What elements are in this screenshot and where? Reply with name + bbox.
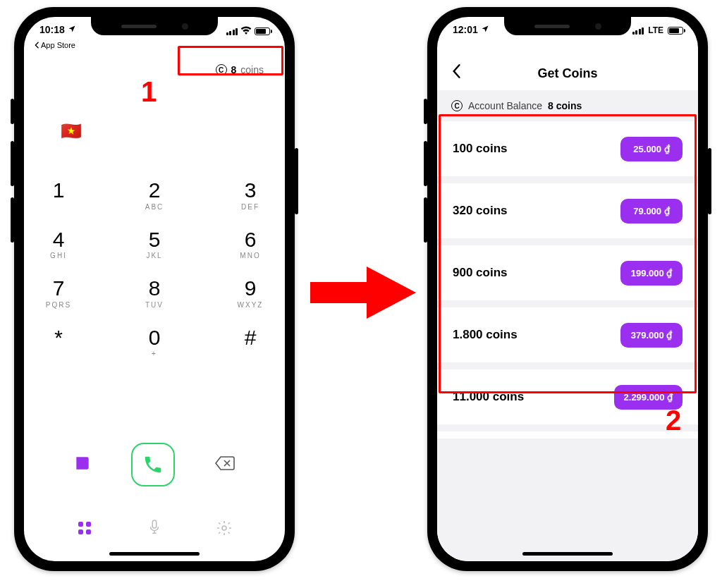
- battery-icon: [255, 27, 272, 35]
- notch: [504, 17, 631, 35]
- key-5[interactable]: 5JKL: [130, 228, 179, 261]
- key-2[interactable]: 2ABC: [130, 179, 179, 212]
- annotation-label-2: 2: [666, 405, 681, 436]
- get-coins-header: Get Coins: [437, 59, 698, 87]
- tab-settings[interactable]: [216, 520, 233, 539]
- key-0[interactable]: 0+: [130, 326, 179, 359]
- status-time: 12:01: [453, 24, 478, 35]
- annotation-box-2: [439, 114, 697, 393]
- tab-bar: [24, 519, 285, 540]
- svg-rect-3: [86, 529, 91, 534]
- key-7[interactable]: 7PQRS: [34, 277, 83, 310]
- backspace-button[interactable]: [214, 455, 235, 474]
- key-6[interactable]: 6MNO: [226, 228, 275, 261]
- location-icon: [481, 25, 489, 35]
- svg-rect-0: [78, 522, 83, 527]
- page-title: Get Coins: [537, 66, 597, 81]
- svg-rect-1: [86, 522, 91, 527]
- location-icon: [68, 25, 76, 35]
- notch: [91, 17, 218, 35]
- back-button[interactable]: [451, 63, 461, 83]
- country-flag[interactable]: 🇻🇳: [61, 121, 82, 141]
- svg-rect-2: [78, 529, 83, 534]
- svg-rect-4: [152, 520, 157, 528]
- network-label: LTE: [648, 25, 663, 35]
- dial-keypad: 1 2ABC 3DEF 4GHI 5JKL 6MNO 7PQRS 8TUV 9W…: [24, 179, 285, 358]
- key-3[interactable]: 3DEF: [226, 179, 275, 212]
- key-8[interactable]: 8TUV: [130, 277, 179, 310]
- status-time: 10:18: [39, 24, 65, 35]
- key-1[interactable]: 1: [34, 179, 83, 212]
- contacts-button[interactable]: [73, 454, 92, 475]
- annotation-label-1: 1: [141, 76, 157, 108]
- home-indicator[interactable]: [522, 552, 613, 556]
- home-indicator[interactable]: [109, 552, 200, 556]
- tab-dialer[interactable]: [76, 520, 93, 539]
- key-4[interactable]: 4GHI: [34, 228, 83, 261]
- call-button[interactable]: [131, 443, 175, 486]
- key-star[interactable]: *: [34, 326, 83, 359]
- back-to-appstore[interactable]: App Store: [34, 41, 75, 49]
- annotation-box-1: [178, 46, 283, 75]
- balance-label: Account Balance: [468, 100, 542, 111]
- key-hash[interactable]: #: [226, 326, 275, 359]
- signal-icon: [632, 27, 644, 35]
- back-label: App Store: [41, 41, 75, 49]
- signal-icon: [226, 27, 238, 35]
- key-9[interactable]: 9WXYZ: [226, 277, 275, 310]
- wifi-icon: [240, 25, 252, 37]
- battery-icon: [668, 27, 685, 35]
- svg-point-5: [222, 526, 226, 530]
- tab-voice[interactable]: [147, 519, 162, 540]
- coin-icon: C: [451, 100, 463, 111]
- arrow-icon: [310, 261, 416, 324]
- balance-value: 8 coins: [548, 100, 582, 111]
